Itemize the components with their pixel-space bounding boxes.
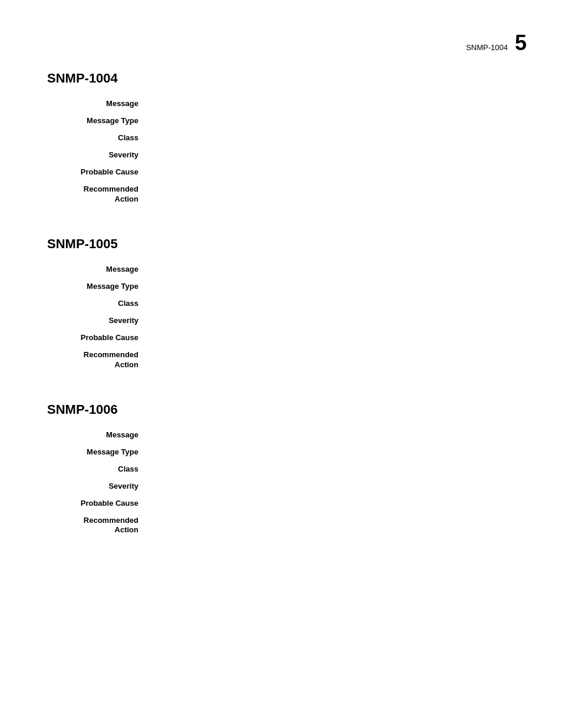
field-label: Message Type	[47, 116, 150, 133]
field-value	[150, 482, 515, 499]
field-row: Severity	[47, 316, 515, 333]
field-label: Severity	[47, 482, 150, 499]
field-label: Message	[47, 430, 150, 447]
field-label: Class	[47, 465, 150, 482]
field-label: Severity	[47, 150, 150, 167]
field-row: Message	[47, 265, 515, 282]
field-value	[150, 167, 515, 185]
header-page-number: 5	[515, 31, 527, 55]
field-value	[150, 499, 515, 516]
entry-snmp-1005: SNMP-1005MessageMessage TypeClassSeverit…	[47, 236, 515, 378]
field-value	[150, 133, 515, 150]
field-value	[150, 265, 515, 282]
field-value	[150, 116, 515, 133]
field-row: Probable Cause	[47, 167, 515, 185]
field-row: Severity	[47, 482, 515, 499]
field-value	[150, 299, 515, 316]
field-label: RecommendedAction	[47, 350, 150, 378]
field-value	[150, 185, 515, 213]
field-row: Class	[47, 299, 515, 316]
field-label: Message	[47, 99, 150, 116]
field-label: Class	[47, 133, 150, 150]
entry-fields-snmp-1006: MessageMessage TypeClassSeverityProbable…	[47, 430, 515, 544]
field-label: RecommendedAction	[47, 185, 150, 213]
field-value	[150, 430, 515, 447]
field-row: Message	[47, 99, 515, 116]
entry-snmp-1004: SNMP-1004MessageMessage TypeClassSeverit…	[47, 71, 515, 213]
field-label: Severity	[47, 316, 150, 333]
field-label: RecommendedAction	[47, 516, 150, 544]
field-row: Message Type	[47, 282, 515, 299]
field-value	[150, 150, 515, 167]
page-header: SNMP-1004 5	[466, 31, 527, 55]
field-label: Probable Cause	[47, 167, 150, 185]
field-value	[150, 516, 515, 544]
field-row: Class	[47, 133, 515, 150]
field-value	[150, 99, 515, 116]
field-label: Message	[47, 265, 150, 282]
field-row: Probable Cause	[47, 333, 515, 350]
entry-title-snmp-1005: SNMP-1005	[47, 236, 515, 252]
field-value	[150, 447, 515, 465]
entry-snmp-1006: SNMP-1006MessageMessage TypeClassSeverit…	[47, 402, 515, 544]
field-label: Probable Cause	[47, 333, 150, 350]
entry-title-snmp-1004: SNMP-1004	[47, 71, 515, 86]
entry-fields-snmp-1005: MessageMessage TypeClassSeverityProbable…	[47, 265, 515, 378]
entry-title-snmp-1006: SNMP-1006	[47, 402, 515, 417]
field-row: RecommendedAction	[47, 185, 515, 213]
field-value	[150, 465, 515, 482]
field-row: Message	[47, 430, 515, 447]
main-content: SNMP-1004MessageMessage TypeClassSeverit…	[0, 0, 562, 543]
field-row: RecommendedAction	[47, 350, 515, 378]
field-label: Message Type	[47, 447, 150, 465]
field-value	[150, 316, 515, 333]
field-row: Probable Cause	[47, 499, 515, 516]
field-value	[150, 333, 515, 350]
field-row: Severity	[47, 150, 515, 167]
field-row: Message Type	[47, 447, 515, 465]
field-label: Class	[47, 299, 150, 316]
field-row: Message Type	[47, 116, 515, 133]
field-row: Class	[47, 465, 515, 482]
field-value	[150, 350, 515, 378]
header-code: SNMP-1004	[466, 43, 508, 52]
entry-fields-snmp-1004: MessageMessage TypeClassSeverityProbable…	[47, 99, 515, 213]
field-label: Message Type	[47, 282, 150, 299]
field-label: Probable Cause	[47, 499, 150, 516]
field-value	[150, 282, 515, 299]
field-row: RecommendedAction	[47, 516, 515, 544]
